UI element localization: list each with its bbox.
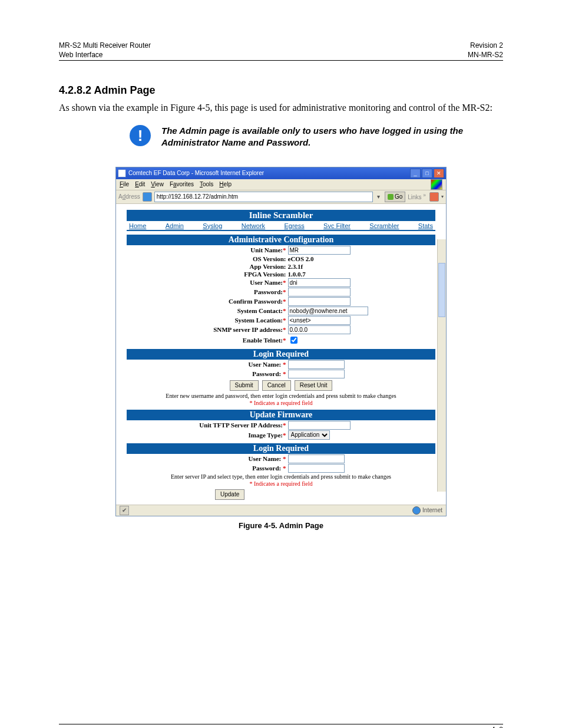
zone-globe-icon [412, 506, 421, 515]
callout-text: The Admin page is available only to user… [161, 125, 503, 149]
system-location-input[interactable] [288, 316, 351, 325]
login-username-input[interactable] [288, 360, 345, 369]
login-required-header-1: Login Required [127, 349, 435, 360]
login-required-header-2: Login Required [127, 443, 435, 454]
password-input[interactable] [288, 288, 351, 297]
tftp-ip-input[interactable] [288, 421, 351, 430]
footer-page: 4–8 [491, 726, 503, 728]
app-version: 2.3.1f [288, 263, 379, 270]
minimize-button[interactable]: _ [410, 169, 421, 178]
fw-login-username-input[interactable] [288, 454, 345, 463]
links-button[interactable]: Links » [408, 192, 426, 200]
os-version: eCOS 2.0 [288, 255, 379, 262]
unit-name-input[interactable] [288, 246, 351, 255]
enable-telnet-checkbox[interactable] [290, 337, 297, 344]
login-password-input[interactable] [288, 370, 345, 378]
ie-page-icon [118, 169, 126, 177]
admin-config-header: Administrative Configuration [127, 235, 435, 245]
close-button[interactable]: ✕ [434, 169, 444, 178]
required-note-1: * Indicates a required field [127, 400, 435, 406]
address-dropdown-icon[interactable]: ▾ [375, 193, 382, 200]
go-arrow-icon [388, 194, 394, 200]
ie-throbber-icon [431, 179, 442, 190]
nav-home[interactable]: Home [129, 222, 146, 229]
browser-window: Comtech EF Data Corp - Microsoft Interne… [115, 167, 447, 516]
system-contact-input[interactable] [288, 307, 368, 315]
update-firmware-header: Update Firmware [127, 410, 435, 420]
window-title: Comtech EF Data Corp - Microsoft Interne… [128, 170, 264, 176]
nav-svcfilter[interactable]: Svc Filter [323, 222, 351, 229]
menu-edit[interactable]: Edit [135, 181, 145, 187]
address-input[interactable]: http://192.168.12.72/admin.htm [157, 193, 238, 200]
figure-caption: Figure 4-5. Admin Page [59, 521, 503, 530]
intro-paragraph: As shown via the example in Figure 4-5, … [59, 103, 503, 113]
section-heading: 4.2.8.2 Admin Page [59, 84, 503, 97]
app-title-banner: Inline Scrambler [127, 210, 435, 221]
submit-note: Enter new username and password, then en… [127, 393, 435, 399]
menu-file[interactable]: File [120, 181, 129, 187]
menu-view[interactable]: View [151, 181, 164, 187]
cancel-button[interactable]: Cancel [262, 380, 291, 391]
maximize-button[interactable]: □ [422, 169, 432, 178]
status-zone: Internet [422, 507, 442, 513]
menu-help[interactable]: Help [219, 181, 232, 187]
header-doc: MR-S2 Multi Receiver Router [59, 41, 151, 50]
confirm-password-input[interactable] [288, 297, 351, 306]
page-icon [143, 192, 152, 202]
fpga-version: 1.0.0.7 [288, 271, 379, 278]
fw-note: Enter server IP and select type, then en… [127, 473, 435, 480]
image-type-select[interactable]: Application [288, 430, 330, 440]
important-icon [130, 125, 151, 146]
fw-login-password-input[interactable] [288, 464, 345, 473]
nav-network[interactable]: Network [242, 222, 265, 229]
vertical-scrollbar[interactable] [437, 239, 446, 492]
menu-tools[interactable]: Tools [200, 181, 213, 187]
chevron-down-icon[interactable]: ▾ [441, 194, 444, 199]
nav-admin[interactable]: Admin [166, 222, 184, 229]
toolbar-extension-icon[interactable] [429, 192, 439, 202]
nav-egress[interactable]: Egress [284, 222, 304, 229]
reset-unit-button[interactable]: Reset Unit [295, 380, 333, 391]
nav-stats[interactable]: Stats [418, 222, 433, 229]
menu-favorites[interactable]: Favorites [170, 181, 194, 187]
go-button[interactable]: Go [385, 192, 405, 202]
nav-scrambler[interactable]: Scrambler [369, 222, 399, 229]
update-button[interactable]: Update [215, 489, 244, 500]
header-section: Web Interface [59, 51, 103, 59]
header-docnum: MN-MR-S2 [468, 51, 503, 59]
username-input[interactable] [288, 278, 351, 287]
header-rev: Revision 2 [470, 41, 503, 50]
status-done-icon: ✔ [120, 506, 129, 515]
address-label: Address [118, 193, 140, 200]
required-note-2: * Indicates a required field [127, 480, 435, 487]
nav-syslog[interactable]: Syslog [203, 222, 222, 229]
submit-button[interactable]: Submit [230, 380, 259, 391]
snmp-ip-input[interactable] [288, 325, 351, 334]
